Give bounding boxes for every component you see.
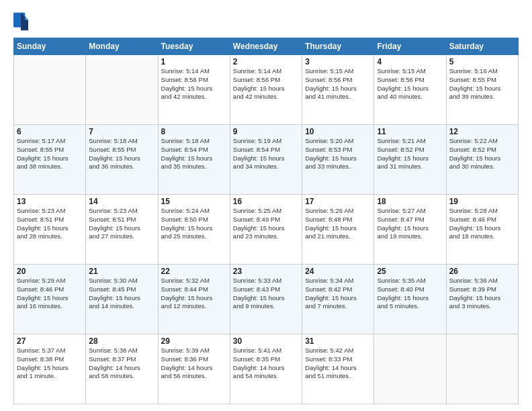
week-row-4: 20Sunrise: 5:29 AM Sunset: 8:46 PM Dayli… (14, 265, 519, 334)
day-info: Sunrise: 5:26 AM Sunset: 8:48 PM Dayligh… (305, 207, 371, 241)
weekday-header-tuesday: Tuesday (158, 38, 230, 55)
day-cell: 6Sunrise: 5:17 AM Sunset: 8:55 PM Daylig… (14, 125, 86, 195)
day-number: 7 (89, 127, 154, 136)
day-cell: 10Sunrise: 5:20 AM Sunset: 8:53 PM Dayli… (302, 125, 374, 195)
day-number: 16 (233, 197, 299, 206)
day-number: 28 (89, 336, 154, 346)
weekday-header-saturday: Saturday (446, 38, 518, 55)
day-number: 21 (89, 267, 154, 276)
day-cell: 26Sunrise: 5:36 AM Sunset: 8:39 PM Dayli… (446, 265, 518, 334)
day-info: Sunrise: 5:24 AM Sunset: 8:50 PM Dayligh… (161, 207, 227, 241)
day-number: 23 (233, 267, 299, 276)
day-number: 13 (17, 197, 83, 206)
day-cell: 11Sunrise: 5:21 AM Sunset: 8:52 PM Dayli… (374, 125, 446, 195)
day-cell: 30Sunrise: 5:41 AM Sunset: 8:35 PM Dayli… (230, 334, 302, 404)
day-cell: 9Sunrise: 5:19 AM Sunset: 8:54 PM Daylig… (230, 125, 302, 195)
day-info: Sunrise: 5:28 AM Sunset: 8:46 PM Dayligh… (449, 207, 515, 241)
day-cell (446, 334, 518, 404)
day-number: 9 (233, 127, 299, 136)
day-number: 29 (161, 336, 227, 346)
day-info: Sunrise: 5:14 AM Sunset: 8:56 PM Dayligh… (233, 67, 299, 101)
day-number: 19 (449, 197, 515, 206)
weekday-header-thursday: Thursday (302, 38, 374, 55)
day-number: 4 (377, 57, 443, 66)
day-cell: 14Sunrise: 5:23 AM Sunset: 8:51 PM Dayli… (86, 195, 158, 265)
day-info: Sunrise: 5:39 AM Sunset: 8:36 PM Dayligh… (161, 347, 227, 381)
day-cell: 15Sunrise: 5:24 AM Sunset: 8:50 PM Dayli… (158, 195, 230, 265)
day-info: Sunrise: 5:23 AM Sunset: 8:51 PM Dayligh… (17, 207, 83, 241)
day-number: 30 (233, 336, 299, 346)
day-number: 24 (305, 267, 371, 276)
day-info: Sunrise: 5:37 AM Sunset: 8:38 PM Dayligh… (17, 347, 83, 381)
day-info: Sunrise: 5:27 AM Sunset: 8:47 PM Dayligh… (377, 207, 443, 241)
header (13, 12, 519, 31)
day-info: Sunrise: 5:19 AM Sunset: 8:54 PM Dayligh… (233, 137, 299, 171)
day-number: 6 (17, 127, 83, 136)
day-number: 17 (305, 197, 371, 206)
day-cell: 19Sunrise: 5:28 AM Sunset: 8:46 PM Dayli… (446, 195, 518, 265)
day-cell: 4Sunrise: 5:15 AM Sunset: 8:56 PM Daylig… (374, 55, 446, 125)
calendar-table: SundayMondayTuesdayWednesdayThursdayFrid… (13, 38, 519, 404)
day-number: 20 (17, 267, 83, 276)
day-cell: 31Sunrise: 5:42 AM Sunset: 8:33 PM Dayli… (302, 334, 374, 404)
weekday-header-sunday: Sunday (14, 38, 86, 55)
week-row-1: 1Sunrise: 5:14 AM Sunset: 8:56 PM Daylig… (14, 55, 519, 125)
day-info: Sunrise: 5:22 AM Sunset: 8:52 PM Dayligh… (449, 137, 515, 171)
day-info: Sunrise: 5:21 AM Sunset: 8:52 PM Dayligh… (377, 137, 443, 171)
day-info: Sunrise: 5:38 AM Sunset: 8:37 PM Dayligh… (89, 347, 154, 381)
day-number: 25 (377, 267, 443, 276)
day-cell: 12Sunrise: 5:22 AM Sunset: 8:52 PM Dayli… (446, 125, 518, 195)
day-number: 2 (233, 57, 299, 66)
day-info: Sunrise: 5:20 AM Sunset: 8:53 PM Dayligh… (305, 137, 371, 171)
day-cell: 24Sunrise: 5:34 AM Sunset: 8:42 PM Dayli… (302, 265, 374, 334)
day-cell (14, 55, 86, 125)
day-cell: 25Sunrise: 5:35 AM Sunset: 8:40 PM Dayli… (374, 265, 446, 334)
day-cell: 7Sunrise: 5:18 AM Sunset: 8:55 PM Daylig… (86, 125, 158, 195)
day-info: Sunrise: 5:14 AM Sunset: 8:56 PM Dayligh… (161, 67, 227, 101)
day-number: 14 (89, 197, 154, 206)
weekday-header-row: SundayMondayTuesdayWednesdayThursdayFrid… (14, 38, 519, 55)
weekday-header-wednesday: Wednesday (230, 38, 302, 55)
day-info: Sunrise: 5:18 AM Sunset: 8:54 PM Dayligh… (161, 137, 227, 171)
day-cell: 17Sunrise: 5:26 AM Sunset: 8:48 PM Dayli… (302, 195, 374, 265)
day-info: Sunrise: 5:29 AM Sunset: 8:46 PM Dayligh… (17, 277, 83, 311)
week-row-5: 27Sunrise: 5:37 AM Sunset: 8:38 PM Dayli… (14, 334, 519, 404)
day-cell: 20Sunrise: 5:29 AM Sunset: 8:46 PM Dayli… (14, 265, 86, 334)
day-number: 12 (449, 127, 515, 136)
day-cell: 5Sunrise: 5:16 AM Sunset: 8:55 PM Daylig… (446, 55, 518, 125)
day-number: 5 (449, 57, 515, 66)
day-info: Sunrise: 5:36 AM Sunset: 8:39 PM Dayligh… (449, 277, 515, 311)
day-number: 11 (377, 127, 443, 136)
day-number: 22 (161, 267, 227, 276)
day-info: Sunrise: 5:23 AM Sunset: 8:51 PM Dayligh… (89, 207, 154, 241)
day-info: Sunrise: 5:32 AM Sunset: 8:44 PM Dayligh… (161, 277, 227, 311)
day-info: Sunrise: 5:34 AM Sunset: 8:42 PM Dayligh… (305, 277, 371, 311)
day-cell: 27Sunrise: 5:37 AM Sunset: 8:38 PM Dayli… (14, 334, 86, 404)
day-info: Sunrise: 5:15 AM Sunset: 8:56 PM Dayligh… (377, 67, 443, 101)
day-info: Sunrise: 5:30 AM Sunset: 8:45 PM Dayligh… (89, 277, 154, 311)
page: SundayMondayTuesdayWednesdayThursdayFrid… (0, 0, 532, 411)
day-cell: 21Sunrise: 5:30 AM Sunset: 8:45 PM Dayli… (86, 265, 158, 334)
logo-icon (13, 12, 28, 31)
day-number: 26 (449, 267, 515, 276)
day-info: Sunrise: 5:15 AM Sunset: 8:56 PM Dayligh… (305, 67, 371, 101)
week-row-2: 6Sunrise: 5:17 AM Sunset: 8:55 PM Daylig… (14, 125, 519, 195)
day-number: 18 (377, 197, 443, 206)
day-cell: 18Sunrise: 5:27 AM Sunset: 8:47 PM Dayli… (374, 195, 446, 265)
day-number: 31 (305, 336, 371, 346)
day-number: 15 (161, 197, 227, 206)
day-cell: 13Sunrise: 5:23 AM Sunset: 8:51 PM Dayli… (14, 195, 86, 265)
day-number: 3 (305, 57, 371, 66)
day-number: 10 (305, 127, 371, 136)
day-cell: 16Sunrise: 5:25 AM Sunset: 8:49 PM Dayli… (230, 195, 302, 265)
day-info: Sunrise: 5:42 AM Sunset: 8:33 PM Dayligh… (305, 347, 371, 381)
day-number: 8 (161, 127, 227, 136)
day-cell: 8Sunrise: 5:18 AM Sunset: 8:54 PM Daylig… (158, 125, 230, 195)
day-cell: 29Sunrise: 5:39 AM Sunset: 8:36 PM Dayli… (158, 334, 230, 404)
day-info: Sunrise: 5:16 AM Sunset: 8:55 PM Dayligh… (449, 67, 515, 101)
week-row-3: 13Sunrise: 5:23 AM Sunset: 8:51 PM Dayli… (14, 195, 519, 265)
day-info: Sunrise: 5:35 AM Sunset: 8:40 PM Dayligh… (377, 277, 443, 311)
weekday-header-friday: Friday (374, 38, 446, 55)
day-number: 1 (161, 57, 227, 66)
day-info: Sunrise: 5:17 AM Sunset: 8:55 PM Dayligh… (17, 137, 83, 171)
